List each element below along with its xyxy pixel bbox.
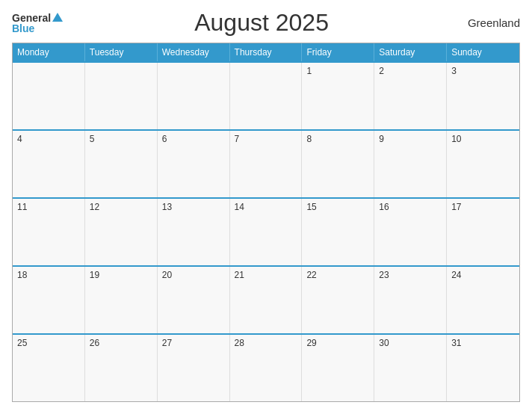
cell-aug-14: 14 (230, 199, 303, 265)
header: General Blue August 2025 Greenland (12, 9, 520, 37)
cell-aug-3: 3 (447, 63, 519, 129)
cell-aug-21: 21 (230, 267, 303, 333)
cell-aug-4: 4 (13, 131, 85, 197)
cell-aug-18: 18 (13, 267, 85, 333)
cell-aug-13: 13 (158, 199, 230, 265)
cell-aug-1: 1 (302, 63, 374, 129)
logo: General Blue (12, 13, 63, 34)
week-3: 11 12 13 14 15 16 17 (13, 197, 519, 265)
header-monday: Monday (13, 43, 85, 61)
week-5: 25 26 27 28 29 30 31 (13, 333, 519, 401)
cell-aug-24: 24 (447, 267, 519, 333)
cell-aug-5: 5 (85, 131, 158, 197)
header-saturday: Saturday (374, 43, 447, 61)
cell-w1d2 (85, 63, 158, 129)
calendar-header: Monday Tuesday Wednesday Thursday Friday… (13, 43, 519, 61)
cell-aug-15: 15 (302, 199, 374, 265)
header-sunday: Sunday (447, 43, 519, 61)
cell-aug-16: 16 (374, 199, 447, 265)
calendar: Monday Tuesday Wednesday Thursday Friday… (12, 43, 520, 402)
calendar-body: 1 2 3 4 5 6 7 8 9 10 11 12 13 14 15 16 (13, 61, 519, 401)
cell-aug-19: 19 (85, 267, 158, 333)
cell-aug-8: 8 (302, 131, 374, 197)
cell-aug-23: 23 (374, 267, 447, 333)
header-thursday: Thursday (230, 43, 303, 61)
logo-general: General (12, 13, 51, 23)
calendar-title: August 2025 (63, 9, 460, 37)
cell-aug-6: 6 (158, 131, 230, 197)
cell-aug-30: 30 (374, 335, 447, 401)
cell-aug-10: 10 (447, 131, 519, 197)
logo-triangle-icon (52, 13, 63, 22)
cell-aug-27: 27 (158, 335, 230, 401)
cell-aug-2: 2 (374, 63, 447, 129)
cell-aug-11: 11 (13, 199, 85, 265)
cell-aug-22: 22 (302, 267, 374, 333)
page: General Blue August 2025 Greenland Monda… (0, 0, 532, 411)
cell-w1d3 (158, 63, 230, 129)
cell-aug-29: 29 (302, 335, 374, 401)
logo-blue: Blue (12, 23, 34, 34)
cell-w1d1 (13, 63, 85, 129)
cell-aug-25: 25 (13, 335, 85, 401)
cell-w1d4 (230, 63, 303, 129)
cell-aug-31: 31 (447, 335, 519, 401)
week-2: 4 5 6 7 8 9 10 (13, 129, 519, 197)
cell-aug-26: 26 (85, 335, 158, 401)
cell-aug-7: 7 (230, 131, 303, 197)
cell-aug-12: 12 (85, 199, 158, 265)
header-tuesday: Tuesday (85, 43, 158, 61)
header-friday: Friday (302, 43, 374, 61)
header-wednesday: Wednesday (158, 43, 230, 61)
cell-aug-20: 20 (158, 267, 230, 333)
week-1: 1 2 3 (13, 61, 519, 129)
cell-aug-17: 17 (447, 199, 519, 265)
week-4: 18 19 20 21 22 23 24 (13, 265, 519, 333)
cell-aug-9: 9 (374, 131, 447, 197)
cell-aug-28: 28 (230, 335, 303, 401)
region-label: Greenland (460, 16, 520, 29)
